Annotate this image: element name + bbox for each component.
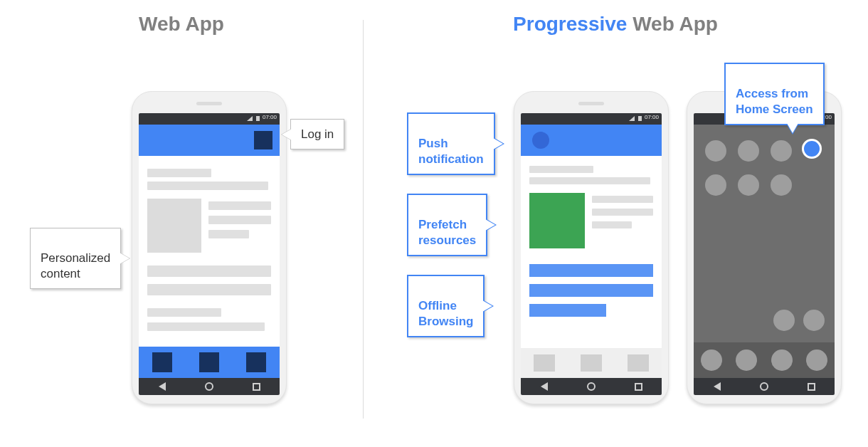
status-bar: 07:00 (139, 113, 280, 125)
phone-screen: 07:00 (521, 113, 662, 395)
offline-content-bar (529, 264, 653, 277)
content-area (529, 156, 653, 378)
image-placeholder (147, 199, 201, 253)
callout-label: Access from Home Screen (736, 87, 813, 115)
callout-label: Offline Browsing (418, 299, 473, 327)
text-placeholder (147, 182, 268, 190)
callout-label: Push notification (418, 137, 484, 165)
offline-content-bar (529, 284, 653, 297)
column-divider (363, 20, 364, 419)
text-placeholder (208, 230, 249, 238)
text-placeholder (147, 284, 271, 295)
system-nav-bar (139, 378, 280, 395)
callout-offline-browsing: Offline Browsing (407, 275, 485, 337)
dock-app-icon[interactable] (736, 349, 757, 371)
phone-earpiece (578, 102, 604, 105)
app-icon[interactable] (705, 140, 726, 162)
system-nav-bar (521, 378, 662, 395)
nav-item-icon[interactable] (152, 352, 172, 372)
recents-icon[interactable] (253, 383, 260, 391)
heading-pwa-rest: Web App (627, 13, 718, 35)
back-icon[interactable] (714, 382, 721, 391)
callout-prefetch-resources: Prefetch resources (407, 194, 487, 256)
back-icon[interactable] (159, 382, 166, 391)
home-icon[interactable] (205, 382, 213, 391)
text-placeholder (208, 216, 271, 224)
nav-item-icon[interactable] (246, 352, 266, 372)
offline-content-bar (529, 304, 606, 317)
text-placeholder (147, 322, 265, 331)
nav-item-icon[interactable] (534, 354, 555, 372)
app-bar (521, 125, 662, 156)
phone-pwa-app: 07:00 (514, 91, 669, 404)
app-icon[interactable] (803, 310, 825, 331)
home-icon[interactable] (760, 382, 768, 391)
text-placeholder (529, 166, 593, 173)
pwa-home-screen-icon[interactable] (802, 139, 822, 159)
home-wallpaper (694, 125, 835, 378)
callout-label: Personalized content (41, 251, 110, 280)
text-placeholder (592, 209, 653, 216)
recents-icon[interactable] (808, 383, 815, 391)
prefetched-resource-icon (529, 193, 585, 248)
callout-push-notification: Push notification (407, 112, 495, 175)
dock-app-icon[interactable] (771, 349, 793, 371)
dock-app-icon[interactable] (806, 349, 827, 371)
text-placeholder (529, 177, 650, 184)
heading-pwa-accent: Progressive (513, 13, 627, 35)
content-area (147, 156, 271, 378)
bottom-nav (521, 348, 662, 378)
app-icon[interactable] (738, 140, 759, 162)
text-placeholder (592, 196, 653, 203)
callout-label: Log in (301, 127, 334, 141)
app-bar (139, 125, 280, 156)
home-dock (694, 342, 835, 378)
callout-personalized-content: Personalized content (30, 228, 121, 289)
app-icon[interactable] (771, 140, 792, 162)
heading-web-app: Web App (0, 0, 363, 36)
home-icon[interactable] (587, 382, 596, 391)
nav-item-icon[interactable] (581, 354, 602, 372)
phone-screen: 07:00 (139, 113, 280, 395)
app-icon[interactable] (705, 174, 726, 196)
text-placeholder (592, 221, 632, 228)
nav-item-icon[interactable] (628, 354, 649, 372)
app-icon[interactable] (771, 174, 792, 196)
phone-home-screen: 07:00 (687, 91, 842, 404)
back-icon[interactable] (541, 382, 548, 391)
status-clock: 07:00 (263, 114, 277, 120)
text-placeholder (147, 265, 271, 277)
recents-icon[interactable] (635, 383, 642, 391)
status-clock: 07:00 (645, 114, 659, 120)
app-icon[interactable] (773, 310, 795, 331)
push-notification-icon[interactable] (532, 132, 549, 149)
phone-web-app: 07:00 (132, 91, 287, 404)
phone-earpiece (196, 102, 222, 105)
text-placeholder (147, 169, 211, 177)
bottom-nav (139, 347, 280, 378)
status-bar: 07:00 (521, 113, 662, 125)
app-icon[interactable] (738, 174, 759, 196)
callout-label: Prefetch resources (418, 218, 476, 246)
system-nav-bar (694, 378, 835, 395)
callout-home-screen: Access from Home Screen (724, 63, 825, 125)
callout-login: Log in (290, 119, 344, 149)
dock-app-icon[interactable] (701, 349, 722, 371)
text-placeholder (147, 308, 221, 317)
text-placeholder (208, 201, 271, 210)
phone-screen: 07:00 (694, 113, 835, 395)
heading-pwa: Progressive Web App (363, 0, 868, 36)
login-button-icon[interactable] (254, 131, 272, 149)
nav-item-icon[interactable] (199, 352, 219, 372)
